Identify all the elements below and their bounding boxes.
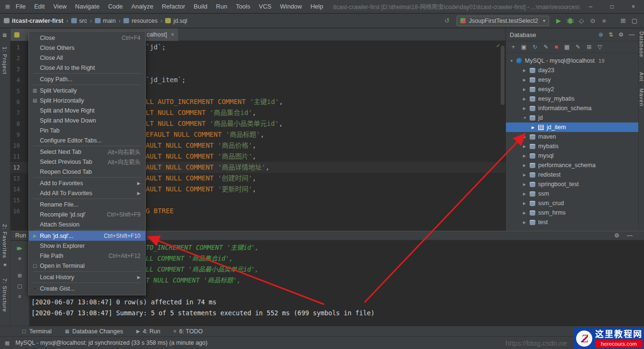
menu-item-add-to-favorites[interactable]: Add to Favorites▶ xyxy=(29,178,145,188)
menu-item-run-jd-sql[interactable]: ▶Run 'jd.sql'...Ctrl+Shift+F10 xyxy=(29,231,145,241)
menu-item-split-horizontally[interactable]: ▤Split Horizontally xyxy=(29,95,145,105)
menu-analyze[interactable]: Analyze xyxy=(127,0,158,13)
run-button[interactable]: ▶ xyxy=(553,16,564,26)
tool-button-ant[interactable]: Ant xyxy=(639,72,644,82)
console-icon[interactable]: ⊞ xyxy=(587,44,591,50)
menu-vcs[interactable]: VCS xyxy=(254,0,276,13)
editor-scrollbar[interactable] xyxy=(501,46,504,105)
menu-view[interactable]: View xyxy=(49,0,71,13)
tool-button-maven[interactable]: Maven xyxy=(639,88,644,106)
tree-item-eesy2[interactable]: ▶eesy2 xyxy=(506,85,638,94)
gear-icon[interactable]: ⚙ xyxy=(614,232,619,239)
edit-icon[interactable]: ✎ xyxy=(576,44,580,50)
menu-item-local-history[interactable]: Local History▶ xyxy=(29,272,145,282)
profiler-button[interactable]: ⊙ xyxy=(587,16,598,26)
restore-layout-icon[interactable]: ⊞ xyxy=(18,272,22,279)
terminal-window-icon[interactable]: ▢ xyxy=(629,16,640,26)
close-button[interactable]: × xyxy=(623,0,644,13)
tree-item-performance-schema[interactable]: ▶performance_schema xyxy=(506,160,638,170)
add-icon[interactable]: + xyxy=(512,44,515,50)
coverage-button[interactable]: ◇ xyxy=(576,16,587,26)
menu-tools[interactable]: Tools xyxy=(232,0,254,13)
tree-item-maven[interactable]: ▶maven xyxy=(506,132,638,141)
sync-icon[interactable]: ↺ xyxy=(441,16,453,26)
menu-code[interactable]: Code xyxy=(104,0,127,13)
view-options-icon[interactable]: ⇅ xyxy=(608,31,613,38)
menu-item-open-in-terminal[interactable]: ▢Open in Terminal xyxy=(29,261,145,271)
menu-item-attach-session[interactable]: Attach Session xyxy=(29,219,145,229)
menu-item-recompile-jd-sql[interactable]: Recompile 'jd.sql'Ctrl+Shift+F9 xyxy=(29,209,145,219)
menu-build[interactable]: Build xyxy=(189,0,212,13)
breadcrumb-item-main[interactable]: main xyxy=(95,18,116,24)
menu-navigate[interactable]: Navigate xyxy=(71,0,103,13)
menu-item-add-all-to-favorites[interactable]: Add All To Favorites▶ xyxy=(29,188,145,198)
table-view-icon[interactable]: ▦ xyxy=(564,44,569,50)
menu-item-select-next-tab[interactable]: Select Next TabAlt+向右箭头 xyxy=(29,147,145,157)
hide-panel-icon[interactable]: — xyxy=(627,232,633,239)
refresh-icon[interactable]: ↻ xyxy=(532,44,537,50)
menu-item-close-others[interactable]: Close Others xyxy=(29,43,145,53)
run-config-select[interactable]: JsoupFirstTest.testSelect2 ▾ xyxy=(457,16,549,26)
tool-tab-database-changes[interactable]: ▦Database Changes xyxy=(65,328,123,335)
layout-icon[interactable]: ⊞ xyxy=(617,16,629,26)
tree-item-eesy[interactable]: ▶eesy xyxy=(506,75,638,85)
breadcrumb-item-jd-sql[interactable]: jd.sql xyxy=(165,18,187,24)
scroll-to-end-icon[interactable]: ≡ xyxy=(18,293,21,300)
menu-item-file-path[interactable]: File PathCtrl+Alt+F12 xyxy=(29,251,145,261)
tree-item-ssm[interactable]: ▶ssm xyxy=(506,189,638,198)
menu-item-close-all-to-the-right[interactable]: Close All to the Right xyxy=(29,63,145,73)
tree-item-springboot-test[interactable]: ▶springboot_test xyxy=(506,179,638,189)
tree-item-mysql-root[interactable]: ▼ MySQL - mysql@localhost 19 xyxy=(506,56,638,66)
menu-item-copy-path[interactable]: Copy Path... xyxy=(29,74,145,84)
close-tab-icon[interactable]: × xyxy=(171,31,174,38)
tool-tab-4-run[interactable]: ▶4: Run xyxy=(136,328,160,335)
menu-run[interactable]: Run xyxy=(212,0,232,13)
pin-tab-icon[interactable]: ▢ xyxy=(17,283,22,290)
stop-icon[interactable]: ■ xyxy=(18,255,21,262)
tool-button-database[interactable]: Database xyxy=(639,31,644,57)
filter-icon[interactable]: ▽ xyxy=(597,44,602,50)
tree-item-jd-item[interactable]: ▶jd_item xyxy=(506,123,638,132)
edit-filter-icon[interactable]: ✎ xyxy=(543,44,548,50)
tree-item-redistest[interactable]: ▶redistest xyxy=(506,170,638,179)
tree-item-ssm-crud[interactable]: ▶ssm_crud xyxy=(506,198,638,208)
menu-item-split-vertically[interactable]: ▥Split Vertically xyxy=(29,85,145,95)
menu-item-pin-tab[interactable]: Pin Tab xyxy=(29,125,145,135)
tool-button-favorites[interactable]: 2: Favorites ★ xyxy=(2,224,8,268)
menu-item-rename-file[interactable]: Rename File... xyxy=(29,199,145,209)
debug-button[interactable] xyxy=(564,16,576,26)
tool-windows-icon[interactable]: ▦ xyxy=(5,340,9,346)
tree-item-mysql[interactable]: ▶mysql xyxy=(506,151,638,160)
breadcrumb-item-resources[interactable]: resources xyxy=(123,18,158,24)
menu-item-configure-editor-tabs[interactable]: Configure Editor Tabs... xyxy=(29,135,145,145)
maximize-button[interactable]: □ xyxy=(601,0,623,13)
menu-edit[interactable]: Edit xyxy=(30,0,49,13)
tool-tab-6-todo[interactable]: ≡6: TODO xyxy=(174,328,203,335)
tree-item-ssm-hrms[interactable]: ▶ssm_hrms xyxy=(506,208,638,217)
menu-window[interactable]: Window xyxy=(276,0,306,13)
menu-item-show-in-explorer[interactable]: Show in Explorer xyxy=(29,241,145,251)
menu-item-split-and-move-down[interactable]: Split and Move Down xyxy=(29,115,145,125)
tree-item-information-schema[interactable]: ▶information_schema xyxy=(506,104,638,113)
menu-item-create-gist[interactable]: ●Create Gist... xyxy=(29,283,145,293)
tool-button-project[interactable]: 1: Project xyxy=(2,47,8,75)
tree-item-eesy-mybatis[interactable]: ▶eesy_mybatis xyxy=(506,94,638,104)
stop-button[interactable]: ■ xyxy=(598,16,610,26)
tree-item-jd[interactable]: ▼jd xyxy=(506,113,638,123)
menu-refactor[interactable]: Refactor xyxy=(158,0,189,13)
rerun-icon[interactable]: ▶▶ xyxy=(17,245,22,252)
tree-item-test[interactable]: ▶test xyxy=(506,217,638,227)
breadcrumb-item-itcast-crawler-first[interactable]: itcast-crawler-first xyxy=(4,18,63,24)
menu-file[interactable]: File xyxy=(11,0,30,13)
duplicate-icon[interactable]: ▣ xyxy=(521,44,526,50)
menu-help[interactable]: Help xyxy=(306,0,327,13)
breadcrumb-item-src[interactable]: src xyxy=(71,18,87,24)
minimize-button[interactable]: – xyxy=(580,0,601,13)
menu-item-select-previous-tab[interactable]: Select Previous TabAlt+向左箭头 xyxy=(29,157,145,167)
gear-icon[interactable]: ⚙ xyxy=(618,31,624,38)
inspection-ok-icon[interactable]: ✓ xyxy=(496,42,501,49)
tree-item-day23[interactable]: ▶day23 xyxy=(506,66,638,75)
tool-button-structure[interactable]: 7: Structure xyxy=(2,278,8,312)
tree-item-mybatis[interactable]: ▶mybatis xyxy=(506,141,638,151)
disconnect-icon[interactable]: ■ xyxy=(554,44,558,50)
